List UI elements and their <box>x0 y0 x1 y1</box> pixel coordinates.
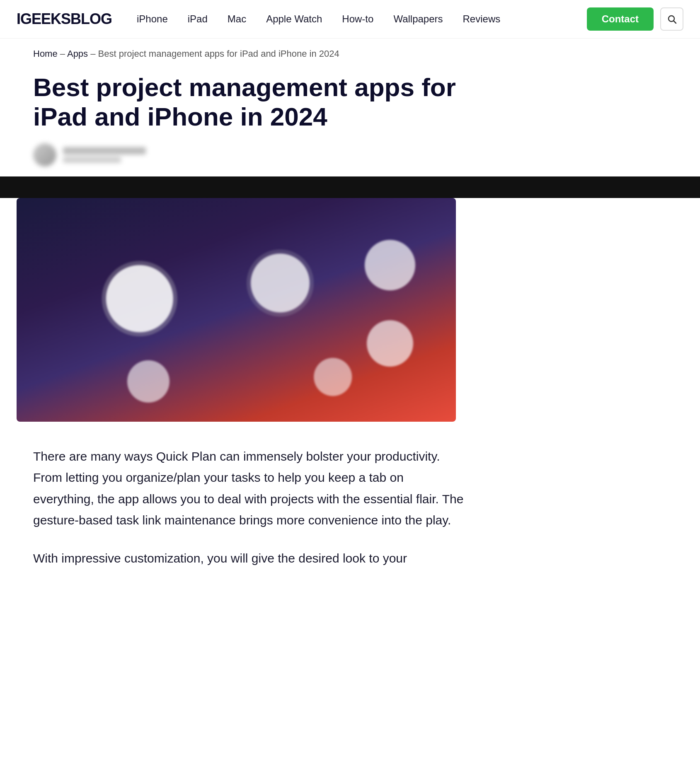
breadcrumb-apps[interactable]: Apps <box>67 48 88 59</box>
nav-mac[interactable]: Mac <box>228 13 246 25</box>
breadcrumb-separator1: – <box>60 48 67 59</box>
nav-howto[interactable]: How-to <box>342 13 373 25</box>
nav-ipad[interactable]: iPad <box>188 13 208 25</box>
breadcrumb-home[interactable]: Home <box>33 48 58 59</box>
article-container: Best project management apps for iPad an… <box>0 64 497 594</box>
author-avatar <box>33 143 56 167</box>
author-date <box>63 157 121 163</box>
body-paragraph-2: With impressive customization, you will … <box>33 548 464 569</box>
author-info <box>63 147 146 163</box>
contact-button[interactable]: Contact <box>587 7 654 31</box>
nav-wallpapers[interactable]: Wallpapers <box>393 13 443 25</box>
nav-iphone[interactable]: iPhone <box>137 13 168 25</box>
author-name <box>63 147 146 155</box>
breadcrumb-current: Best project management apps for iPad an… <box>98 48 339 59</box>
search-button[interactable] <box>660 7 683 31</box>
breadcrumb: Home – Apps – Best project management ap… <box>0 39 700 64</box>
nav-reviews[interactable]: Reviews <box>463 13 501 25</box>
author-row <box>33 143 464 167</box>
breadcrumb-separator2: – <box>90 48 98 59</box>
article-title: Best project management apps for iPad an… <box>33 72 464 132</box>
hero-image <box>17 198 456 422</box>
dark-banner <box>0 176 700 198</box>
nav-applewatch[interactable]: Apple Watch <box>266 13 322 25</box>
article-body: There are many ways Quick Plan can immen… <box>33 442 464 569</box>
hero-image-container <box>0 198 456 422</box>
body-paragraph-1: There are many ways Quick Plan can immen… <box>33 446 464 531</box>
svg-line-1 <box>674 21 676 24</box>
site-header: iGEEKSBLOG iPhone iPad Mac Apple Watch H… <box>0 0 700 39</box>
main-nav: iPhone iPad Mac Apple Watch How-to Wallp… <box>137 13 579 25</box>
site-logo[interactable]: iGEEKSBLOG <box>17 10 112 28</box>
